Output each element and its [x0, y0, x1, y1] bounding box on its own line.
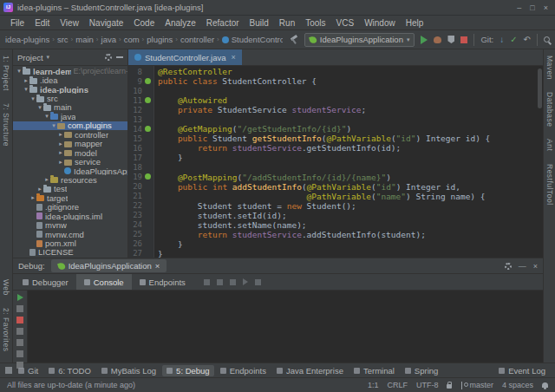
code-line[interactable]: private StudentService studentService;: [158, 105, 543, 114]
menu-code[interactable]: Code: [128, 17, 160, 29]
menu-run[interactable]: Run: [274, 17, 300, 29]
tree-item[interactable]: ▾learn-demoE:\project\learn-de: [13, 67, 127, 75]
git-commit-icon[interactable]: ✓: [510, 36, 517, 44]
toolwindow-button-endpoints[interactable]: Endpoints: [216, 365, 271, 376]
code-line[interactable]: return studentService.getStudentInfo(id)…: [158, 143, 543, 153]
toolwindow-button-mybatislog[interactable]: MyBatis Log: [97, 365, 160, 376]
evaluate-icon[interactable]: [255, 279, 261, 285]
debug-tab-console[interactable]: Console: [76, 274, 132, 290]
line-separator[interactable]: CRLF: [387, 381, 408, 389]
minimize-panel-icon[interactable]: —: [519, 262, 526, 271]
menu-tools[interactable]: Tools: [300, 17, 330, 29]
close-session-icon[interactable]: ×: [155, 261, 160, 271]
rerun-icon[interactable]: [17, 294, 23, 301]
spring-bean-icon[interactable]: [145, 173, 151, 180]
menu-view[interactable]: View: [55, 17, 84, 29]
tree-expand-icon[interactable]: ▸: [57, 149, 64, 156]
menu-window[interactable]: Window: [359, 17, 401, 29]
gutter-line[interactable]: 24: [128, 220, 153, 230]
code-line[interactable]: return studentService.addStudentInfo(stu…: [158, 230, 543, 239]
toolwindow-switcher-icon[interactable]: [5, 367, 12, 374]
tree-item[interactable]: ▸model: [13, 148, 127, 157]
tree-item[interactable]: .gitignore: [13, 203, 127, 212]
code-line[interactable]: [158, 86, 543, 95]
tree-item[interactable]: ▸test: [13, 185, 127, 193]
debug-tab-endpoints[interactable]: Endpoints: [132, 274, 193, 290]
code-line[interactable]: }: [158, 249, 543, 258]
debug-tab-debugger[interactable]: Debugger: [15, 274, 76, 290]
code-line[interactable]: public Student getStudentInfo(@PathVaria…: [158, 134, 543, 143]
debug-session-tab[interactable]: IdeaPluginsApplication ×: [51, 259, 167, 272]
git-rollback-icon[interactable]: ↶: [524, 36, 531, 44]
code-line[interactable]: student.setName(name);: [158, 220, 543, 230]
gutter-line[interactable]: 22: [128, 201, 153, 211]
toolwindow-button-javaenterprise[interactable]: Java Enterprise: [272, 365, 348, 376]
tree-expand-icon[interactable]: ▾: [29, 95, 36, 102]
stop-process-icon[interactable]: [16, 317, 23, 323]
gutter-line[interactable]: 26: [128, 239, 153, 249]
tool-button-database[interactable]: Database: [545, 86, 554, 133]
debug-button[interactable]: [434, 36, 441, 43]
code-line[interactable]: [158, 114, 543, 124]
breadcrumb-item[interactable]: java: [101, 35, 116, 44]
coverage-button[interactable]: [447, 36, 454, 43]
tree-item[interactable]: ▾main: [13, 103, 127, 112]
gutter-line[interactable]: 14: [128, 124, 153, 134]
code-line[interactable]: @PathVariable("name") String name) {: [158, 192, 543, 201]
tree-item[interactable]: idea-plugins.iml: [13, 212, 127, 220]
code-line[interactable]: Student student = new Student();: [158, 201, 543, 211]
soft-wrap-icon[interactable]: [16, 350, 23, 357]
tree-expand-icon[interactable]: ▾: [16, 68, 23, 75]
event-log-button[interactable]: Event Log: [494, 365, 550, 376]
indent-widget[interactable]: 4 spaces: [502, 381, 533, 389]
hide-panel-icon[interactable]: [116, 56, 123, 58]
gutter-line[interactable]: 13: [128, 114, 153, 124]
code-line[interactable]: @RestController: [158, 67, 543, 76]
editor-scrollbar[interactable]: [538, 69, 542, 108]
pin-icon[interactable]: [16, 339, 23, 346]
spring-bean-icon[interactable]: [145, 126, 151, 132]
tree-expand-icon[interactable]: ▸: [43, 176, 50, 183]
menu-build[interactable]: Build: [245, 17, 274, 29]
tool-button-project[interactable]: 1: Project: [2, 49, 10, 97]
tree-item[interactable]: ▸target: [13, 193, 127, 202]
tool-button-web[interactable]: Web: [2, 273, 10, 302]
code-line[interactable]: @PostMapping("/addStudentInfo/{id}/{name…: [158, 173, 543, 182]
code-line[interactable]: student.setId(id);: [158, 211, 543, 220]
project-view-select[interactable]: Project: [17, 53, 43, 62]
tree-item[interactable]: IdeaPluginsApplication: [13, 167, 127, 175]
minimize-button[interactable]: –: [517, 3, 521, 12]
tree-expand-icon[interactable]: ▾: [23, 86, 29, 93]
editor-code[interactable]: @RestControllerpublic class StudentContr…: [154, 66, 543, 258]
gutter-line[interactable]: 8: [128, 67, 153, 76]
code-line[interactable]: public class StudentController {: [158, 76, 543, 86]
gutter-line[interactable]: 23: [128, 211, 153, 220]
tree-expand-icon[interactable]: ▸: [23, 77, 29, 84]
menu-edit[interactable]: Edit: [29, 17, 55, 29]
tree-expand-icon[interactable]: ▸: [57, 140, 64, 147]
console-output[interactable]: [28, 291, 543, 363]
tree-expand-icon[interactable]: ▾: [36, 104, 43, 111]
gutter-line[interactable]: 17: [128, 153, 153, 162]
tree-item[interactable]: ▾idea-plugins: [13, 85, 127, 94]
tree-item[interactable]: pom.xml: [13, 238, 127, 247]
gutter-line[interactable]: 25: [128, 230, 153, 239]
tree-expand-icon[interactable]: ▸: [57, 131, 64, 138]
maximize-button[interactable]: □: [530, 3, 534, 12]
code-editor[interactable]: 89101112131415161718192021222324252627 @…: [128, 66, 543, 258]
gutter-line[interactable]: 15: [128, 134, 153, 143]
step-into-icon[interactable]: [217, 279, 223, 285]
tree-item[interactable]: mvnw.cmd: [13, 230, 127, 238]
tree-expand-icon[interactable]: ▸: [57, 159, 64, 166]
spring-bean-icon[interactable]: [145, 97, 151, 103]
tool-button-structure[interactable]: 7: Structure: [2, 97, 10, 153]
breadcrumb-item[interactable]: idea-plugins: [5, 35, 49, 44]
close-panel-icon[interactable]: ×: [533, 262, 538, 271]
modify-run-icon[interactable]: [16, 305, 23, 312]
tree-expand-icon[interactable]: ▾: [43, 113, 50, 120]
step-over-icon[interactable]: [204, 279, 210, 285]
menu-help[interactable]: Help: [401, 17, 429, 29]
gutter-line[interactable]: 21: [128, 192, 153, 201]
tree-item[interactable]: ▾java: [13, 112, 127, 121]
notifications-bell-icon[interactable]: [542, 382, 548, 388]
